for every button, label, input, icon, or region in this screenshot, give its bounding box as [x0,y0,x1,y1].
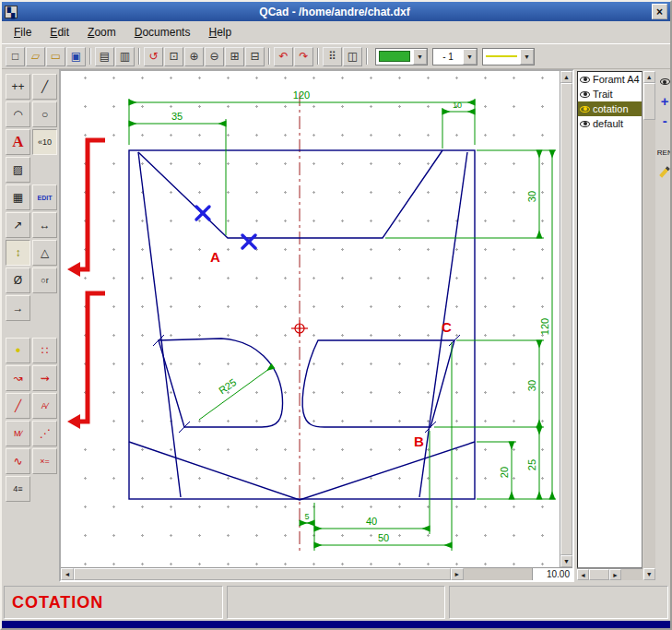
layer-row-format[interactable]: Foramt A4 [578,72,642,87]
chevron-down-icon[interactable]: ▼ [413,49,427,65]
scroll-left-icon[interactable]: ◄ [61,568,74,580]
edit-layer-button[interactable] [656,164,672,180]
tool-dim-text-button[interactable]: «10 [32,129,57,155]
snap-on-entity-button[interactable]: ⇝ [32,365,57,391]
scroll-up-icon[interactable]: ▲ [643,71,655,83]
tool-image-button[interactable]: ▦ [6,184,30,210]
snap-endpoint-button[interactable]: ↝ [6,365,30,391]
zoom-out-button[interactable]: ⊖ [205,47,224,66]
canvas-vertical-scrollbar[interactable]: ▲ ▼ [560,71,572,567]
left-slant[interactable] [138,152,181,497]
scroll-down-icon[interactable]: ▼ [643,568,655,580]
tool-dim-radius-button[interactable]: ○r [32,267,57,293]
zoom-window-button[interactable]: ⊞ [225,47,244,66]
grid-toggle-button[interactable]: ⠿ [323,47,342,66]
app-icon[interactable]: ▚ [5,6,18,18]
eye-icon[interactable] [580,91,590,98]
tool-measure-horizontal-button[interactable]: ↔ [32,212,57,238]
eye-icon[interactable] [580,77,590,83]
eye-icon[interactable] [580,106,590,113]
canvas-horizontal-scrollbar[interactable]: ◄ ► [61,568,532,580]
redo-button[interactable]: ↷ [294,47,313,66]
tool-points-button[interactable]: ++ [6,74,30,100]
chevron-down-icon[interactable]: ▼ [520,49,534,65]
tool-line-button[interactable]: ╱ [32,74,57,100]
add-layer-button[interactable]: + [656,93,672,109]
layer-row-trait[interactable]: Trait [578,87,642,101]
width-combo[interactable]: - 1 ▼ [432,48,477,65]
scroll-up-icon[interactable]: ▲ [560,71,572,83]
snap-free-button[interactable]: • [6,338,30,363]
tool-circle-button[interactable]: ○ [32,101,57,127]
print-preview-button[interactable]: ▤ [95,47,114,66]
snap-text-button[interactable]: A∕ [32,393,57,419]
menu-help[interactable]: Help [200,23,240,42]
tool-arc-button[interactable]: ◠ [6,101,30,127]
close-button[interactable]: × [652,4,667,19]
menu-edit[interactable]: Edit [41,23,77,42]
chevron-down-icon[interactable]: ▼ [463,49,477,65]
scrollbar-track[interactable] [643,120,655,568]
titlebar[interactable]: ▚ QCad - /home/andre/chat.dxf × [2,2,670,21]
zoom-previous-button[interactable]: ⊟ [245,47,265,66]
new-file-button[interactable]: □ [6,47,25,66]
tool-text-button[interactable]: A [6,129,30,155]
cad-drawing: 120 35 10 30 120 30 25 20 40 5 50 [61,71,560,567]
menu-file[interactable]: File [6,23,40,42]
left-eye[interactable] [159,339,283,427]
dim-eye-height: 30 [526,380,537,391]
toggle-visibility-button[interactable] [656,74,672,89]
folder-button[interactable]: ▭ [46,47,65,66]
dimensions[interactable]: 120 35 10 30 120 30 25 20 40 5 50 [129,89,556,551]
tool-dim-angle-button[interactable]: △ [32,240,57,266]
linetype-combo[interactable]: ▼ [482,48,535,65]
layer-row-default[interactable]: default [578,116,642,131]
scrollbar-thumb[interactable] [560,83,572,555]
tool-edit-button[interactable]: EDIT [32,184,57,210]
paste-button[interactable]: ◫ [343,47,362,66]
snap-center-button[interactable]: ╱ [6,393,30,419]
remove-layer-button[interactable]: - [656,113,672,128]
zoom-auto-button[interactable]: ⊡ [164,47,183,66]
scrollbar-thumb[interactable] [589,569,609,580]
open-file-button[interactable]: ▱ [26,47,45,66]
menu-zoom[interactable]: Zoom [79,23,124,42]
layer-name: Foramt A4 [593,74,640,85]
undo-button[interactable]: ↶ [274,47,293,66]
scrollbar-thumb[interactable] [74,568,451,580]
eye-icon[interactable] [580,121,590,127]
snap-intersection-button[interactable]: ⋰ [32,421,57,446]
print-button[interactable]: ▥ [115,47,135,66]
zoom-in-button[interactable]: ⊕ [184,47,204,66]
layer-row-cotation[interactable]: cotation [578,101,642,116]
tool-dim-vertical-button[interactable]: ↕ [6,240,30,266]
scrollbar-thumb[interactable] [643,83,655,120]
zoom-redraw-button[interactable]: ↺ [144,47,163,66]
tool-measure-distance-button[interactable]: ↗ [6,212,30,238]
scroll-right-icon[interactable]: ► [451,568,464,580]
tool-dim-diameter-button[interactable]: Ø [6,267,30,293]
scroll-down-icon[interactable]: ▼ [560,555,572,567]
color-combo[interactable]: ▼ [375,48,428,65]
label-c: C [442,319,452,335]
ear-notch[interactable] [138,150,442,238]
right-eye[interactable] [302,340,454,427]
save-button[interactable]: ▣ [66,47,86,66]
snap-coordinate-button[interactable]: ×= [32,448,57,474]
center-mark[interactable] [291,320,308,337]
scroll-left-icon[interactable]: ◄ [577,569,589,580]
layer-list-vertical-scrollbar[interactable]: ▲ ▼ [643,71,655,580]
tool-leader-button[interactable]: → [6,295,30,321]
layer-list[interactable]: Foramt A4 Trait cotation default [577,71,643,568]
menu-documents[interactable]: Documents [126,23,199,42]
scroll-right-icon[interactable]: ► [609,569,621,580]
snap-grid-button[interactable]: ∷ [32,338,57,363]
drawing-canvas[interactable]: 120 35 10 30 120 30 25 20 40 5 50 [61,71,560,567]
toolbox-spacer [32,157,57,183]
snap-middle-button[interactable]: M∕ [6,421,30,446]
layer-list-horizontal-scrollbar[interactable]: ◄ ► [577,568,643,580]
snap-relative-button[interactable]: 4≡ [6,476,30,502]
tool-hatch-button[interactable]: ▨ [6,157,30,183]
snap-spline-button[interactable]: ∿ [6,448,30,474]
rename-layer-button[interactable]: REN [656,145,672,160]
